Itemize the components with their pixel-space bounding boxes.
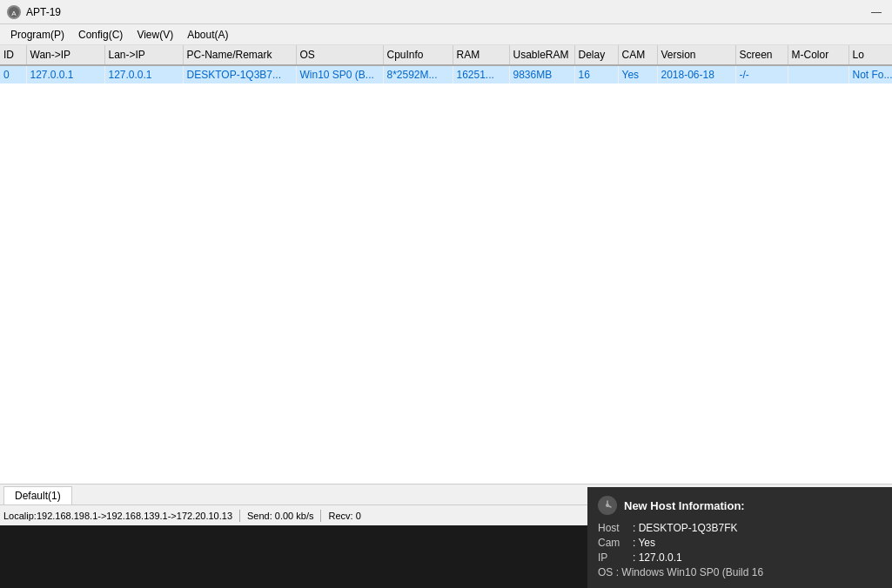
notif-os-text: OS : Windows Win10 SP0 (Build 16	[598, 566, 763, 578]
menu-program[interactable]: Program(P)	[3, 27, 71, 43]
col-header-version[interactable]: Version	[657, 45, 735, 65]
notif-header: New Host Information:	[598, 496, 882, 515]
cell-wan: 127.0.0.1	[26, 65, 104, 84]
col-header-loc[interactable]: Lo	[848, 45, 892, 65]
notif-title: New Host Information:	[624, 499, 745, 512]
notification-popup: New Host Information: Host : DESKTOP-1Q3…	[587, 487, 892, 588]
tab-default[interactable]: Default(1)	[3, 486, 72, 504]
notif-host-value: : DESKTOP-1Q3B7FK	[633, 522, 738, 534]
status-separator-1	[239, 510, 240, 522]
col-header-os[interactable]: OS	[296, 45, 383, 65]
cell-id: 0	[0, 65, 26, 84]
cell-delay: 16	[574, 65, 618, 84]
col-header-delay[interactable]: Delay	[574, 45, 618, 65]
notif-cam-value: : Yes	[633, 537, 655, 549]
cell-cam: Yes	[618, 65, 657, 84]
cell-screen: -/-	[735, 65, 788, 84]
title-controls: —	[868, 4, 885, 20]
notif-host-row: Host : DESKTOP-1Q3B7FK	[598, 522, 882, 534]
notif-os-row: OS : Windows Win10 SP0 (Build 16	[598, 566, 882, 578]
col-header-mcolor[interactable]: M-Color	[788, 45, 848, 65]
cell-os: Win10 SP0 (B...	[296, 65, 383, 84]
col-header-ram[interactable]: RAM	[453, 45, 509, 65]
notif-icon	[598, 496, 617, 515]
cell-usable: 9836MB	[509, 65, 574, 84]
title-bar-left: A APT-19	[7, 5, 61, 19]
menu-bar: Program(P) Config(C) View(V) About(A)	[0, 24, 892, 45]
cell-cpu: 8*2592M...	[383, 65, 453, 84]
cell-pc: DESKTOP-1Q3B7...	[183, 65, 296, 84]
window-title: APT-19	[26, 6, 61, 18]
title-bar: A APT-19 —	[0, 0, 892, 24]
host-table: ID Wan->IP Lan->IP PC-Name/Remark OS Cpu…	[0, 45, 892, 84]
notif-ip-label: IP	[598, 551, 633, 564]
svg-text:A: A	[11, 10, 17, 17]
notif-host-label: Host	[598, 522, 633, 534]
bottom-black-area	[0, 525, 587, 588]
cell-ram: 16251...	[453, 65, 509, 84]
col-header-cam[interactable]: CAM	[618, 45, 657, 65]
cell-version: 2018-06-18	[657, 65, 735, 84]
cell-mcolor	[788, 65, 848, 84]
status-send: Send: 0.00 kb/s	[247, 511, 313, 521]
col-header-lan[interactable]: Lan->IP	[104, 45, 183, 65]
cell-lan: 127.0.0.1	[104, 65, 183, 84]
col-header-wan[interactable]: Wan->IP	[26, 45, 104, 65]
col-header-id[interactable]: ID	[0, 45, 26, 65]
svg-point-3	[606, 504, 609, 507]
notif-cam-label: Cam	[598, 537, 633, 549]
col-header-pc[interactable]: PC-Name/Remark	[183, 45, 296, 65]
menu-view[interactable]: View(V)	[130, 27, 180, 43]
status-localip: Localip:192.168.198.1->192.168.139.1->17…	[3, 511, 232, 521]
menu-about[interactable]: About(A)	[180, 27, 235, 43]
col-header-screen[interactable]: Screen	[735, 45, 788, 65]
status-recv: Recv: 0	[328, 511, 360, 521]
content-area: ID Wan->IP Lan->IP PC-Name/Remark OS Cpu…	[0, 45, 892, 484]
col-header-usable[interactable]: UsableRAM	[509, 45, 574, 65]
table-row[interactable]: 0 127.0.0.1 127.0.0.1 DESKTOP-1Q3B7... W…	[0, 65, 892, 84]
notif-cam-row: Cam : Yes	[598, 537, 882, 549]
notif-ip-row: IP : 127.0.0.1	[598, 551, 882, 564]
minimize-button[interactable]: —	[868, 4, 885, 20]
table-header-row: ID Wan->IP Lan->IP PC-Name/Remark OS Cpu…	[0, 45, 892, 65]
notif-ip-value: : 127.0.0.1	[633, 551, 682, 564]
menu-config[interactable]: Config(C)	[71, 27, 130, 43]
status-separator-2	[320, 510, 321, 522]
cell-loc: Not Fo...	[848, 65, 892, 84]
app-icon: A	[7, 5, 21, 19]
col-header-cpu[interactable]: CpuInfo	[383, 45, 453, 65]
